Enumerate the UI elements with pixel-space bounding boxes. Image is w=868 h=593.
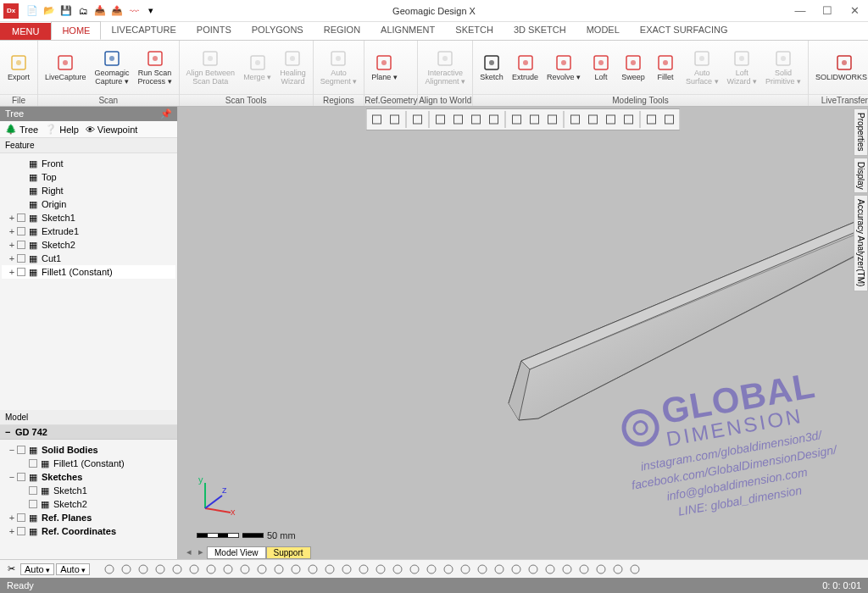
fillet-button[interactable]: Fillet xyxy=(650,51,681,84)
run-scan-process-button[interactable]: Run Scan Process ▾ xyxy=(135,47,175,88)
livecapture-button[interactable]: LiveCapture xyxy=(42,51,90,84)
qat-saveall-icon[interactable]: 🗂 xyxy=(76,4,90,18)
bottom-tool-29[interactable] xyxy=(593,562,609,577)
tree-item-fillet1-constant-[interactable]: +▦Fillet1 (Constant) xyxy=(2,265,175,279)
tree-item-origin[interactable]: ▦Origin xyxy=(2,197,175,211)
vp-bars-icon[interactable] xyxy=(468,111,485,128)
tree-item-sketches[interactable]: −▦Sketches xyxy=(2,470,175,484)
bottom-tool-5[interactable] xyxy=(186,562,202,577)
vp-shade2-icon[interactable] xyxy=(661,111,678,128)
tree-item-solid-bodies[interactable]: −▦Solid Bodies xyxy=(2,443,175,457)
tree-item-sketch2[interactable]: ▦Sketch2 xyxy=(2,497,175,511)
solidworks-button[interactable]: SOLIDWORKS ▾ xyxy=(812,51,868,84)
vp-shade1-icon[interactable] xyxy=(643,111,660,128)
bottom-tool-30[interactable] xyxy=(610,562,626,577)
bottom-tool-17[interactable] xyxy=(390,562,405,577)
bottom-tool-19[interactable] xyxy=(424,562,439,577)
vp-wire4-icon[interactable] xyxy=(620,111,637,128)
close-button[interactable]: ✕ xyxy=(841,0,868,22)
visibility-checkbox[interactable] xyxy=(17,254,25,263)
pin-icon[interactable]: 📌 xyxy=(160,108,172,119)
bottom-tool-2[interactable] xyxy=(136,562,151,577)
qat-save-icon[interactable]: 💾 xyxy=(59,4,73,18)
vp-cut-icon[interactable] xyxy=(526,111,543,128)
visibility-checkbox[interactable] xyxy=(17,241,25,249)
auto-dropdown-1[interactable]: Auto ▾ xyxy=(20,563,54,575)
tree-item-sketch1[interactable]: +▦Sketch1 xyxy=(2,211,175,224)
vp-boxes-icon[interactable] xyxy=(450,111,467,128)
bottom-tool-25[interactable] xyxy=(526,562,541,577)
tree-tab-viewpoint[interactable]: 👁Viewpoint xyxy=(86,124,138,135)
tree-tab-help[interactable]: ❔Help xyxy=(45,124,79,135)
tab-model[interactable]: MODEL xyxy=(576,21,630,40)
qat-dropdown-icon[interactable]: ▾ xyxy=(144,4,158,18)
tab-home[interactable]: HOME xyxy=(51,21,101,40)
tab-alignment[interactable]: ALIGNMENT xyxy=(370,21,445,40)
tab-region[interactable]: REGION xyxy=(314,21,370,40)
bottom-tool-22[interactable] xyxy=(475,562,490,577)
model-root[interactable]: −GD 742 xyxy=(0,425,177,440)
auto-dropdown-2[interactable]: Auto ▾ xyxy=(56,563,90,575)
bottom-tool-15[interactable] xyxy=(356,562,371,577)
vp-grid-icon[interactable] xyxy=(409,111,426,128)
visibility-checkbox[interactable] xyxy=(17,527,25,535)
tree-item-sketch1[interactable]: ▦Sketch1 xyxy=(2,484,175,497)
loft-button[interactable]: Loft xyxy=(586,51,616,84)
bottom-tool-4[interactable] xyxy=(170,562,185,577)
visibility-checkbox[interactable] xyxy=(17,513,25,522)
bottom-tool-10[interactable] xyxy=(271,562,287,577)
bottom-tool-7[interactable] xyxy=(220,562,236,577)
bottom-tool-21[interactable] xyxy=(458,562,473,577)
vp-wire3-icon[interactable] xyxy=(603,111,620,128)
extrude-button[interactable]: Extrude xyxy=(509,51,542,84)
visibility-checkbox[interactable] xyxy=(17,213,25,222)
plane-button[interactable]: Plane ▾ xyxy=(368,51,401,84)
tree-item-ref-coordinates[interactable]: +▦Ref. Coordinates xyxy=(2,524,175,538)
tab-model-view[interactable]: Model View xyxy=(207,546,266,559)
tab-next-icon[interactable]: ▸ xyxy=(195,546,207,559)
qat-redo-icon[interactable]: 📤 xyxy=(110,4,124,18)
tab-points[interactable]: POINTS xyxy=(186,21,242,40)
bottom-tool-16[interactable] xyxy=(373,562,388,577)
tree-item-ref-planes[interactable]: +▦Ref. Planes xyxy=(2,511,175,524)
bottom-tool-27[interactable] xyxy=(559,562,575,577)
bottom-tool-31[interactable] xyxy=(627,562,643,577)
visibility-checkbox[interactable] xyxy=(17,473,25,481)
bottom-tool-20[interactable] xyxy=(441,562,456,577)
sketch-button[interactable]: Sketch xyxy=(476,51,507,84)
bottom-tool-11[interactable] xyxy=(288,562,303,577)
vp-box-icon[interactable] xyxy=(544,111,561,128)
bottom-tool-6[interactable] xyxy=(203,562,219,577)
tab-3d-sketch[interactable]: 3D SKETCH xyxy=(504,21,576,40)
properties-tab[interactable]: Properties xyxy=(854,108,868,156)
display-tab[interactable]: Display xyxy=(854,158,868,194)
tree-item-sketch2[interactable]: +▦Sketch2 xyxy=(2,238,175,252)
bottom-tool-23[interactable] xyxy=(492,562,507,577)
vp-arrow-icon[interactable] xyxy=(509,111,526,128)
visibility-checkbox[interactable] xyxy=(17,446,25,454)
visibility-checkbox[interactable] xyxy=(29,459,37,468)
vp-wire2-icon[interactable] xyxy=(585,111,602,128)
tab-sketch[interactable]: SKETCH xyxy=(445,21,504,40)
vp-cube-icon[interactable] xyxy=(387,111,403,128)
vp-idk-icon[interactable] xyxy=(486,111,503,128)
viewport[interactable]: GLOBAL DIMENSION instagram.com/globaldim… xyxy=(178,107,868,559)
vp-layers-icon[interactable] xyxy=(432,111,449,128)
minimize-button[interactable]: — xyxy=(787,0,814,22)
tab-polygons[interactable]: POLYGONS xyxy=(242,21,314,40)
bottom-tool-9[interactable] xyxy=(254,562,270,577)
bottom-tool-0[interactable] xyxy=(102,562,117,577)
qat-undo-icon[interactable]: 📥 xyxy=(93,4,107,18)
geomagic-capture-button[interactable]: Geomagic Capture ▾ xyxy=(92,47,133,88)
tab-livecapture[interactable]: LIVECAPTURE xyxy=(101,21,186,40)
visibility-checkbox[interactable] xyxy=(17,268,25,276)
tree-item-right[interactable]: ▦Right xyxy=(2,184,175,197)
bottom-tool-13[interactable] xyxy=(322,562,337,577)
tab-exact-surfacing[interactable]: EXACT SURFACING xyxy=(630,21,738,40)
tree-item-extrude1[interactable]: +▦Extrude1 xyxy=(2,224,175,238)
export-button[interactable]: Export xyxy=(3,51,34,84)
tree-item-cut1[interactable]: +▦Cut1 xyxy=(2,252,175,265)
vp-pentagon-icon[interactable] xyxy=(369,111,386,128)
qat-new-icon[interactable]: 📄 xyxy=(25,4,39,18)
vp-wire1-icon[interactable] xyxy=(567,111,584,128)
